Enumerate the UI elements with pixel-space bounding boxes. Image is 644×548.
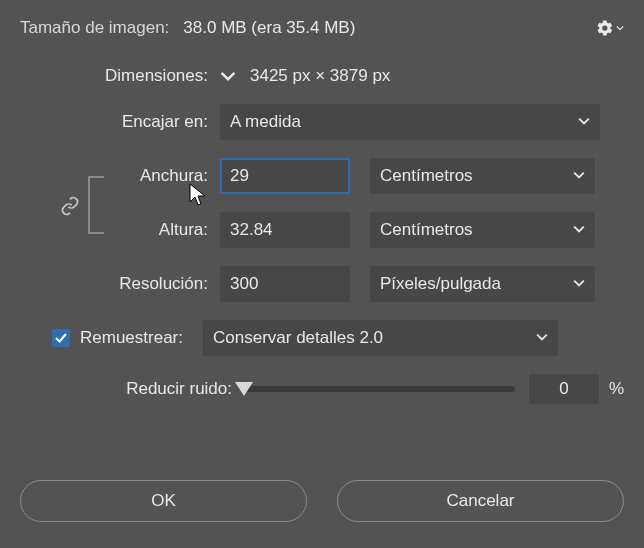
width-unit-select[interactable]: Centímetros bbox=[370, 158, 595, 194]
chevron-down-icon bbox=[536, 328, 548, 348]
height-input[interactable]: 32.84 bbox=[220, 212, 350, 248]
chevron-down-icon bbox=[573, 166, 585, 186]
header-row: Tamaño de imagen: 38.0 MB (era 35.4 MB) bbox=[20, 18, 624, 38]
chevron-down-icon bbox=[578, 112, 590, 132]
noise-slider[interactable] bbox=[244, 386, 515, 392]
link-dimensions-button[interactable] bbox=[60, 196, 80, 216]
resample-method-select[interactable]: Conservar detalles 2.0 bbox=[203, 320, 558, 356]
height-unit-value: Centímetros bbox=[380, 220, 473, 240]
width-value: 29 bbox=[230, 166, 249, 186]
width-label: Anchura: bbox=[20, 166, 220, 186]
width-unit-value: Centímetros bbox=[380, 166, 473, 186]
resample-row: Remuestrear: Conservar detalles 2.0 bbox=[20, 320, 624, 356]
dimension-link-bracket bbox=[88, 176, 104, 234]
chevron-down-icon bbox=[573, 274, 585, 294]
dimensions-toggle[interactable] bbox=[220, 68, 236, 84]
cancel-button[interactable]: Cancelar bbox=[337, 480, 624, 522]
noise-label: Reducir ruido: bbox=[20, 379, 238, 399]
noise-value-input[interactable]: 0 bbox=[529, 374, 599, 404]
noise-value: 0 bbox=[559, 379, 568, 399]
fit-label: Encajar en: bbox=[20, 112, 220, 132]
image-size-value: 38.0 MB (era 35.4 MB) bbox=[183, 18, 355, 38]
settings-gear-button[interactable] bbox=[596, 19, 624, 37]
chevron-down-icon bbox=[220, 68, 236, 84]
fit-value: A medida bbox=[230, 112, 301, 132]
resample-label: Remuestrear: bbox=[80, 328, 183, 348]
width-row: Anchura: 29 Centímetros bbox=[20, 158, 624, 194]
button-row: OK Cancelar bbox=[20, 480, 624, 522]
resample-checkbox[interactable] bbox=[52, 329, 70, 347]
height-row: Altura: 32.84 Centímetros bbox=[20, 212, 624, 248]
height-value: 32.84 bbox=[230, 220, 273, 240]
link-icon bbox=[60, 196, 80, 216]
image-size-label: Tamaño de imagen: bbox=[20, 18, 169, 38]
chevron-down-icon bbox=[573, 220, 585, 240]
check-icon bbox=[54, 331, 68, 345]
dimensions-label: Dimensiones: bbox=[20, 66, 220, 86]
noise-row: Reducir ruido: 0 % bbox=[20, 374, 624, 404]
fit-select[interactable]: A medida bbox=[220, 104, 600, 140]
resolution-unit-value: Píxeles/pulgada bbox=[380, 274, 501, 294]
height-label: Altura: bbox=[20, 220, 220, 240]
noise-percent-suffix: % bbox=[609, 379, 624, 399]
width-input[interactable]: 29 bbox=[220, 158, 350, 194]
chevron-down-icon bbox=[616, 24, 624, 32]
fit-row: Encajar en: A medida bbox=[20, 104, 624, 140]
dimensions-row: Dimensiones: 3425 px × 3879 px bbox=[20, 66, 624, 86]
dimensions-value: 3425 px × 3879 px bbox=[250, 66, 390, 86]
resolution-unit-select[interactable]: Píxeles/pulgada bbox=[370, 266, 595, 302]
ok-button[interactable]: OK bbox=[20, 480, 307, 522]
gear-icon bbox=[596, 19, 614, 37]
height-unit-select[interactable]: Centímetros bbox=[370, 212, 595, 248]
resolution-label: Resolución: bbox=[20, 274, 220, 294]
resolution-row: Resolución: 300 Píxeles/pulgada bbox=[20, 266, 624, 302]
resolution-value: 300 bbox=[230, 274, 258, 294]
resample-method-value: Conservar detalles 2.0 bbox=[213, 328, 383, 348]
resolution-input[interactable]: 300 bbox=[220, 266, 350, 302]
noise-slider-thumb[interactable] bbox=[235, 382, 253, 396]
